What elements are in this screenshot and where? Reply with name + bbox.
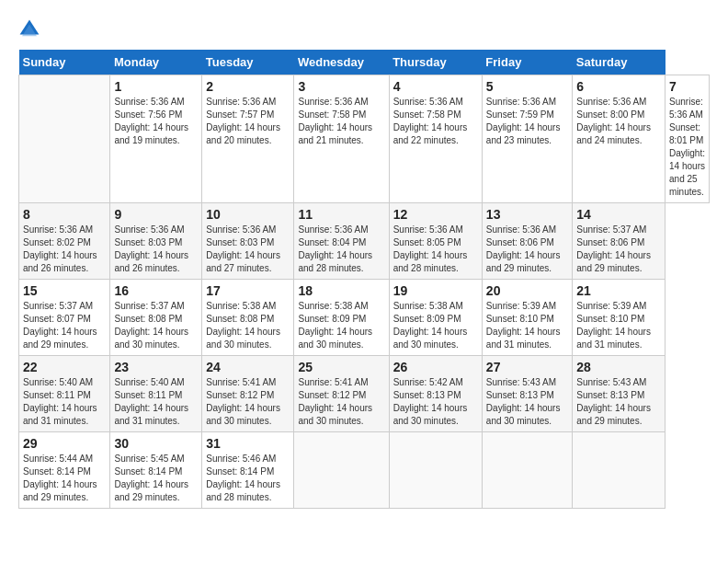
day-info: Sunrise: 5:37 AMSunset: 8:08 PMDaylight:… xyxy=(114,300,198,351)
weekday-header: Saturday xyxy=(573,50,665,75)
day-info: Sunrise: 5:36 AMSunset: 8:01 PMDaylight:… xyxy=(669,96,705,199)
day-number: 1 xyxy=(114,79,198,94)
day-info: Sunrise: 5:46 AMSunset: 8:14 PMDaylight:… xyxy=(206,453,290,504)
day-number: 6 xyxy=(576,79,661,94)
day-number: 27 xyxy=(486,360,568,374)
calendar-cell: 8 Sunrise: 5:36 AMSunset: 8:02 PMDayligh… xyxy=(19,203,110,280)
calendar-cell: 13 Sunrise: 5:36 AMSunset: 8:06 PMDaylig… xyxy=(482,203,572,280)
day-info: Sunrise: 5:38 AMSunset: 8:08 PMDaylight:… xyxy=(206,300,290,351)
day-info: Sunrise: 5:45 AMSunset: 8:14 PMDaylight:… xyxy=(114,453,198,504)
day-number: 8 xyxy=(23,207,106,222)
day-number: 21 xyxy=(576,283,661,298)
calendar-cell: 23 Sunrise: 5:40 AMSunset: 8:11 PMDaylig… xyxy=(110,356,202,432)
day-info: Sunrise: 5:41 AMSunset: 8:12 PMDaylight:… xyxy=(206,376,290,428)
calendar-cell: 11 Sunrise: 5:36 AMSunset: 8:04 PMDaylig… xyxy=(294,203,389,280)
day-number: 23 xyxy=(114,360,198,374)
weekday-header: Friday xyxy=(482,50,572,75)
calendar-cell: 17 Sunrise: 5:38 AMSunset: 8:08 PMDaylig… xyxy=(202,280,294,356)
calendar-cell: 25 Sunrise: 5:41 AMSunset: 8:12 PMDaylig… xyxy=(294,356,389,432)
day-info: Sunrise: 5:36 AMSunset: 8:00 PMDaylight:… xyxy=(576,96,661,147)
day-number: 28 xyxy=(576,360,661,374)
day-info: Sunrise: 5:40 AMSunset: 8:11 PMDaylight:… xyxy=(114,376,198,428)
calendar-cell: 14 Sunrise: 5:37 AMSunset: 8:06 PMDaylig… xyxy=(573,203,665,280)
day-info: Sunrise: 5:39 AMSunset: 8:10 PMDaylight:… xyxy=(576,300,661,351)
calendar-cell: 26 Sunrise: 5:42 AMSunset: 8:13 PMDaylig… xyxy=(389,356,482,432)
calendar-cell xyxy=(482,432,572,509)
weekday-header: Wednesday xyxy=(294,50,389,75)
day-info: Sunrise: 5:37 AMSunset: 8:06 PMDaylight:… xyxy=(576,224,661,275)
day-info: Sunrise: 5:36 AMSunset: 8:05 PMDaylight:… xyxy=(393,224,478,275)
day-number: 7 xyxy=(669,79,705,94)
day-info: Sunrise: 5:36 AMSunset: 8:03 PMDaylight:… xyxy=(206,224,290,275)
header xyxy=(18,18,710,40)
calendar-cell: 10 Sunrise: 5:36 AMSunset: 8:03 PMDaylig… xyxy=(202,203,294,280)
day-info: Sunrise: 5:36 AMSunset: 8:06 PMDaylight:… xyxy=(486,224,568,275)
calendar-cell: 16 Sunrise: 5:37 AMSunset: 8:08 PMDaylig… xyxy=(110,280,202,356)
day-number: 17 xyxy=(206,283,290,298)
calendar-cell: 15 Sunrise: 5:37 AMSunset: 8:07 PMDaylig… xyxy=(19,280,110,356)
calendar-cell: 19 Sunrise: 5:38 AMSunset: 8:09 PMDaylig… xyxy=(389,280,482,356)
calendar-cell xyxy=(573,432,665,509)
day-info: Sunrise: 5:36 AMSunset: 7:59 PMDaylight:… xyxy=(486,96,568,147)
day-info: Sunrise: 5:39 AMSunset: 8:10 PMDaylight:… xyxy=(486,300,568,351)
day-number: 11 xyxy=(298,207,384,222)
calendar-cell: 7 Sunrise: 5:36 AMSunset: 8:01 PMDayligh… xyxy=(665,75,710,203)
day-number: 4 xyxy=(393,79,478,94)
calendar-cell: 2 Sunrise: 5:36 AMSunset: 7:57 PMDayligh… xyxy=(202,75,294,203)
logo-icon xyxy=(18,18,40,40)
day-info: Sunrise: 5:37 AMSunset: 8:07 PMDaylight:… xyxy=(23,300,106,351)
calendar-cell: 27 Sunrise: 5:43 AMSunset: 8:13 PMDaylig… xyxy=(482,356,572,432)
calendar-cell xyxy=(294,432,389,509)
day-info: Sunrise: 5:42 AMSunset: 8:13 PMDaylight:… xyxy=(393,376,478,428)
weekday-header: Sunday xyxy=(19,50,110,75)
day-info: Sunrise: 5:36 AMSunset: 8:02 PMDaylight:… xyxy=(23,224,106,275)
calendar-week-row: 1 Sunrise: 5:36 AMSunset: 7:56 PMDayligh… xyxy=(19,75,710,203)
calendar-cell: 21 Sunrise: 5:39 AMSunset: 8:10 PMDaylig… xyxy=(573,280,665,356)
day-number: 5 xyxy=(486,79,568,94)
day-number: 29 xyxy=(23,436,106,451)
day-number: 20 xyxy=(486,283,568,298)
day-number: 15 xyxy=(23,283,106,298)
day-number: 10 xyxy=(206,207,290,222)
day-number: 16 xyxy=(114,283,198,298)
day-info: Sunrise: 5:36 AMSunset: 7:58 PMDaylight:… xyxy=(298,96,384,147)
day-info: Sunrise: 5:36 AMSunset: 7:58 PMDaylight:… xyxy=(393,96,478,147)
calendar-cell: 3 Sunrise: 5:36 AMSunset: 7:58 PMDayligh… xyxy=(294,75,389,203)
calendar-cell: 12 Sunrise: 5:36 AMSunset: 8:05 PMDaylig… xyxy=(389,203,482,280)
calendar-cell: 9 Sunrise: 5:36 AMSunset: 8:03 PMDayligh… xyxy=(110,203,202,280)
day-info: Sunrise: 5:36 AMSunset: 7:56 PMDaylight:… xyxy=(114,96,198,147)
calendar-cell: 5 Sunrise: 5:36 AMSunset: 7:59 PMDayligh… xyxy=(482,75,572,203)
day-number: 22 xyxy=(23,360,106,374)
day-number: 24 xyxy=(206,360,290,374)
calendar-cell: 24 Sunrise: 5:41 AMSunset: 8:12 PMDaylig… xyxy=(202,356,294,432)
calendar-cell: 6 Sunrise: 5:36 AMSunset: 8:00 PMDayligh… xyxy=(573,75,665,203)
day-number: 30 xyxy=(114,436,198,451)
calendar-cell: 29 Sunrise: 5:44 AMSunset: 8:14 PMDaylig… xyxy=(19,432,110,509)
calendar-table: SundayMondayTuesdayWednesdayThursdayFrid… xyxy=(18,50,710,509)
calendar-cell: 31 Sunrise: 5:46 AMSunset: 8:14 PMDaylig… xyxy=(202,432,294,509)
day-info: Sunrise: 5:44 AMSunset: 8:14 PMDaylight:… xyxy=(23,453,106,504)
calendar-cell: 1 Sunrise: 5:36 AMSunset: 7:56 PMDayligh… xyxy=(110,75,202,203)
day-number: 25 xyxy=(298,360,384,374)
day-info: Sunrise: 5:43 AMSunset: 8:13 PMDaylight:… xyxy=(486,376,568,428)
day-number: 9 xyxy=(114,207,198,222)
calendar-week-row: 15 Sunrise: 5:37 AMSunset: 8:07 PMDaylig… xyxy=(19,280,710,356)
day-number: 13 xyxy=(486,207,568,222)
day-number: 19 xyxy=(393,283,478,298)
day-info: Sunrise: 5:38 AMSunset: 8:09 PMDaylight:… xyxy=(393,300,478,351)
calendar-cell xyxy=(389,432,482,509)
day-number: 12 xyxy=(393,207,478,222)
day-number: 14 xyxy=(576,207,661,222)
weekday-header: Tuesday xyxy=(202,50,294,75)
day-number: 31 xyxy=(206,436,290,451)
calendar-week-row: 8 Sunrise: 5:36 AMSunset: 8:02 PMDayligh… xyxy=(19,203,710,280)
calendar-cell: 30 Sunrise: 5:45 AMSunset: 8:14 PMDaylig… xyxy=(110,432,202,509)
logo xyxy=(18,18,44,40)
day-info: Sunrise: 5:43 AMSunset: 8:13 PMDaylight:… xyxy=(576,376,661,428)
day-info: Sunrise: 5:38 AMSunset: 8:09 PMDaylight:… xyxy=(298,300,384,351)
day-info: Sunrise: 5:41 AMSunset: 8:12 PMDaylight:… xyxy=(298,376,384,428)
day-info: Sunrise: 5:36 AMSunset: 8:04 PMDaylight:… xyxy=(298,224,384,275)
day-number: 2 xyxy=(206,79,290,94)
calendar-cell xyxy=(19,75,110,203)
calendar-week-row: 22 Sunrise: 5:40 AMSunset: 8:11 PMDaylig… xyxy=(19,356,710,432)
